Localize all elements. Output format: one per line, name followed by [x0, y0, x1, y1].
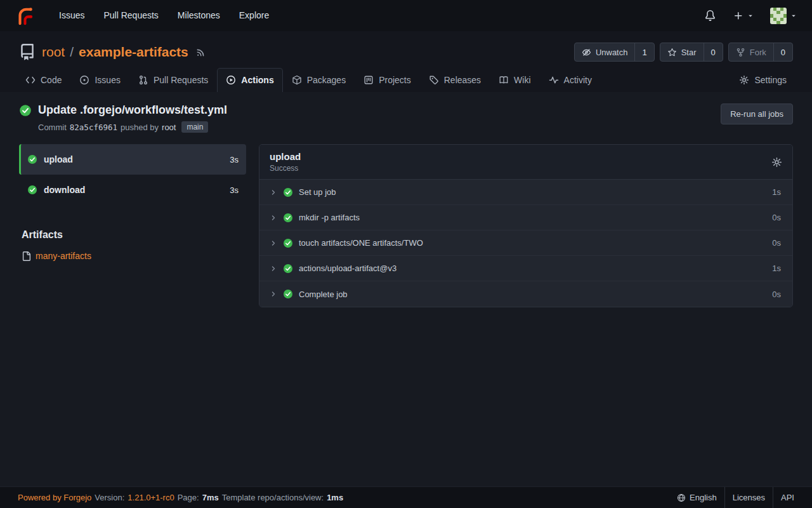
tab-activity[interactable]: Activity — [540, 68, 601, 92]
chevron-down-icon — [790, 13, 797, 19]
tab-wiki[interactable]: Wiki — [490, 68, 539, 92]
tab-projects[interactable]: Projects — [355, 68, 420, 92]
nav-pull-requests[interactable]: Pull Requests — [94, 0, 167, 31]
pulse-icon — [549, 75, 559, 85]
tab-issues[interactable]: Issues — [70, 68, 129, 92]
repo-name-link[interactable]: example-artifacts — [79, 44, 188, 60]
job-options-gear-icon[interactable] — [771, 157, 782, 168]
gear-icon — [739, 75, 749, 85]
step-row-mkdir[interactable]: mkdir -p artifacts 0s — [259, 205, 792, 231]
step-duration: 0s — [772, 213, 781, 222]
run-title: Update .forgejo/workflows/test.yml — [38, 104, 227, 117]
job-success-icon — [27, 185, 37, 195]
book-icon — [499, 75, 509, 85]
tab-settings[interactable]: Settings — [730, 68, 796, 92]
forks-count[interactable]: 0 — [773, 43, 792, 61]
job-success-icon — [27, 154, 37, 164]
tab-actions[interactable]: Actions — [217, 68, 282, 92]
step-name: mkdir -p artifacts — [299, 213, 360, 222]
package-icon — [292, 75, 302, 85]
api-link[interactable]: API — [773, 487, 794, 508]
artifacts-heading: Artifacts — [22, 229, 246, 241]
stars-count[interactable]: 0 — [704, 43, 723, 61]
step-success-icon — [283, 264, 293, 274]
job-name: download — [44, 185, 85, 195]
project-board-icon — [363, 75, 374, 85]
job-detail-status: Success — [270, 164, 301, 173]
step-row-complete-job[interactable]: Complete job 0s — [259, 281, 792, 307]
unwatch-button[interactable]: Unwatch — [575, 43, 635, 61]
step-success-icon — [283, 187, 293, 197]
job-detail-header: upload Success — [259, 145, 792, 180]
forgejo-logo[interactable] — [15, 6, 34, 25]
jobs-sidebar: upload 3s download 3s Artifacts many-art… — [19, 144, 246, 261]
notifications-button[interactable] — [705, 10, 716, 21]
fork-button-group: Fork 0 — [728, 43, 793, 62]
star-button-group: Star 0 — [660, 43, 723, 62]
fork-button[interactable]: Fork — [729, 43, 773, 61]
plus-icon — [733, 11, 743, 21]
commit-line: Commit 82a5cf6961 pushed by root main — [38, 121, 227, 133]
footer: Powered by Forgejo Version: 1.21.0+1-rc0… — [0, 486, 812, 508]
star-icon — [667, 48, 677, 57]
commit-label: Commit — [38, 123, 67, 132]
step-success-icon — [283, 238, 293, 248]
repo-header: root / example-artifacts Unwatch — [0, 31, 812, 92]
tab-packages[interactable]: Packages — [283, 68, 355, 92]
run-status-success-icon — [19, 104, 32, 117]
pull-request-icon — [138, 75, 148, 85]
unwatch-button-group: Unwatch 1 — [574, 43, 655, 62]
pusher-link[interactable]: root — [162, 123, 176, 132]
step-duration: 1s — [772, 264, 781, 273]
file-icon — [22, 251, 31, 261]
chevron-right-icon — [270, 239, 277, 247]
avatar — [770, 8, 787, 24]
job-row-upload[interactable]: upload 3s — [19, 144, 246, 175]
tab-code[interactable]: Code — [16, 68, 70, 92]
step-name: Set up job — [299, 187, 336, 197]
star-button[interactable]: Star — [660, 43, 704, 61]
step-success-icon — [283, 213, 293, 223]
user-menu[interactable] — [770, 8, 797, 24]
step-row-touch-artifacts[interactable]: touch artifacts/ONE artifacts/TWO 0s — [259, 231, 792, 256]
repo-owner-link[interactable]: root — [42, 44, 65, 60]
repo-icon — [19, 44, 36, 60]
branch-badge[interactable]: main — [181, 121, 208, 133]
repo-tabs: Code Issues Pull Requests Actions Packag… — [15, 68, 797, 92]
job-row-download[interactable]: download 3s — [19, 175, 246, 205]
step-row-upload-artifact[interactable]: actions/upload-artifact@v3 1s — [259, 256, 792, 281]
page-time-value: 7ms — [202, 493, 219, 502]
rss-feed-icon[interactable] — [196, 48, 206, 57]
step-row-set-up-job[interactable]: Set up job 1s — [259, 180, 792, 205]
artifact-name: many-artifacts — [36, 251, 91, 261]
rerun-all-jobs-button[interactable]: Re-run all jobs — [721, 104, 793, 124]
forgejo-logo-icon — [15, 6, 34, 25]
create-new-menu[interactable] — [733, 11, 754, 21]
licenses-link[interactable]: Licenses — [724, 487, 773, 508]
eye-slash-icon — [582, 48, 591, 57]
artifact-link-many-artifacts[interactable]: many-artifacts — [22, 251, 246, 261]
watchers-count[interactable]: 1 — [634, 43, 653, 61]
version-link[interactable]: 1.21.0+1-rc0 — [128, 493, 174, 502]
step-success-icon — [283, 289, 293, 299]
template-time-label: Template repo/actions/view: — [222, 493, 324, 502]
tab-pull-requests[interactable]: Pull Requests — [129, 68, 217, 92]
commit-sha-link[interactable]: 82a5cf6961 — [70, 123, 117, 132]
nav-explore[interactable]: Explore — [230, 0, 278, 31]
nav-issues[interactable]: Issues — [49, 0, 94, 31]
code-icon — [25, 75, 36, 85]
chevron-right-icon — [270, 189, 277, 196]
nav-milestones[interactable]: Milestones — [168, 0, 230, 31]
actions-run-view: Update .forgejo/workflows/test.yml Commi… — [0, 92, 812, 486]
powered-by-link[interactable]: Powered by Forgejo — [18, 493, 91, 502]
tab-releases[interactable]: Releases — [420, 68, 490, 92]
step-name: Complete job — [299, 290, 348, 299]
top-navbar: Issues Pull Requests Milestones Explore — [0, 0, 812, 31]
fork-icon — [736, 48, 745, 57]
step-duration: 0s — [772, 238, 781, 248]
job-detail-panel: upload Success Set up job 1s mkdir -p — [259, 144, 793, 307]
issue-icon — [79, 75, 89, 85]
job-name: upload — [44, 154, 73, 164]
language-selector[interactable]: English — [669, 487, 724, 508]
pushed-by-label: pushed by — [121, 123, 159, 132]
